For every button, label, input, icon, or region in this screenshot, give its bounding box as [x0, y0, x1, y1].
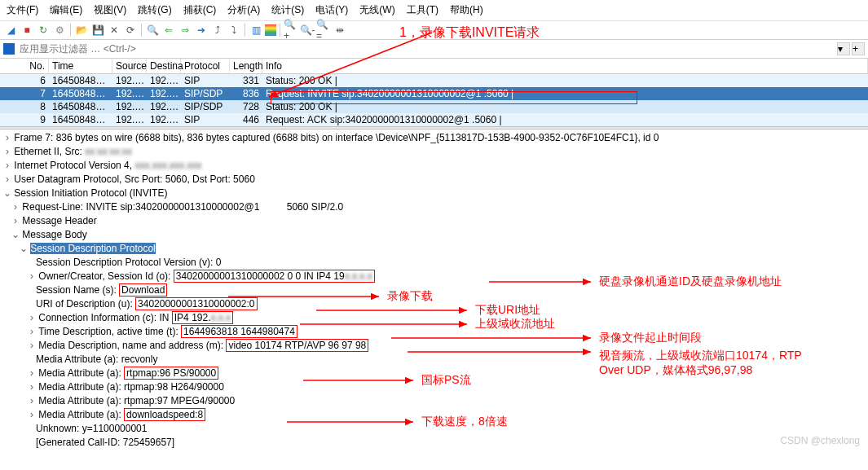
sdp-u-value: 34020000001310000002:0 [135, 297, 257, 310]
detail-sdp[interactable]: Session Description Protocol [30, 243, 155, 254]
zoom-in-icon[interactable]: 🔍+ [284, 23, 298, 37]
col-info[interactable]: Info [262, 59, 868, 73]
expand-icon[interactable]: › [11, 214, 20, 228]
prev-icon[interactable]: ⇐ [161, 23, 176, 37]
menu-analyze[interactable]: 分析(A) [227, 3, 260, 17]
sdp-a5-value: downloadspeed:8 [124, 408, 205, 421]
menu-go[interactable]: 跳转(G) [138, 3, 171, 17]
detail-sdp-a5-label: Media Attribute (a): [38, 409, 121, 420]
expand-icon[interactable]: › [28, 311, 36, 325]
packet-list-header: No. Time Source Destina Protocol Length … [0, 59, 868, 74]
open-icon[interactable]: 📂 [74, 23, 89, 37]
colorize-icon[interactable] [265, 24, 276, 36]
expand-icon[interactable]: › [11, 200, 20, 214]
sdp-m-value: video 10174 RTP/AVP 96 97 98 [226, 339, 368, 352]
detail-sdp-m-label: Media Description, name and address (m): [38, 340, 223, 351]
col-source[interactable]: Source [112, 59, 147, 73]
next-icon[interactable]: ⇒ [178, 23, 192, 37]
filter-expr-button[interactable]: ▾ [837, 42, 850, 55]
first-icon[interactable]: ⤴ [210, 23, 225, 37]
collapse-icon[interactable]: ⌄ [3, 187, 11, 200]
save-icon[interactable]: 💾 [90, 23, 105, 37]
sdp-c-value: IP4 192.x.x.x [172, 311, 233, 324]
detail-sdp-u-label: URI of Description (u): [36, 298, 133, 310]
detail-sip[interactable]: Session Initiation Protocol (INVITE) [14, 187, 167, 199]
resize-cols-icon[interactable]: ⇹ [333, 23, 347, 37]
detail-sdp-a4[interactable]: Media Attribute (a): rtpmap:97 MPEG4/900… [38, 395, 235, 406]
expand-icon[interactable]: › [3, 145, 11, 159]
menu-telephony[interactable]: 电话(Y) [315, 3, 348, 17]
detail-sdp-t-label: Time Description, active time (t): [38, 326, 178, 337]
expand-icon[interactable]: › [28, 380, 36, 394]
col-no[interactable]: No. [0, 59, 49, 73]
detail-reqline[interactable]: Request-Line: INVITE sip:340200000013100… [22, 201, 343, 213]
detail-sdp-s-label: Session Name (s): [36, 284, 117, 296]
col-protocol[interactable]: Protocol [181, 59, 230, 73]
packet-row[interactable]: 916450848…192.…192.…SIP446Request: ACK s… [0, 113, 868, 126]
detail-sdp-a1[interactable]: Media Attribute (a): recvonly [36, 354, 157, 365]
expand-icon[interactable]: › [28, 367, 36, 380]
reload-icon[interactable]: ⟳ [123, 23, 138, 37]
start-capture-icon[interactable]: ◢ [3, 23, 18, 37]
detail-sdp-a2-label: Media Attribute (a): [38, 367, 121, 379]
menu-capture[interactable]: 捕获(C) [183, 3, 217, 17]
goto-icon[interactable]: ➜ [194, 23, 209, 37]
detail-sdp-v[interactable]: Session Description Protocol Version (v)… [36, 257, 221, 268]
collapse-icon[interactable]: ⌄ [11, 228, 20, 242]
detail-frame[interactable]: Frame 7: 836 bytes on wire (6688 bits), … [14, 132, 659, 143]
filter-input[interactable] [18, 42, 835, 56]
expand-icon[interactable]: › [28, 339, 36, 353]
menu-wireless[interactable]: 无线(W) [359, 3, 394, 17]
expand-icon[interactable]: › [28, 325, 36, 339]
menu-tools[interactable]: 工具(T) [407, 3, 438, 17]
detail-sdp-c-label: Connection Information (c): IN [38, 312, 169, 323]
expand-icon[interactable]: › [3, 173, 11, 187]
restart-capture-icon[interactable]: ↻ [36, 23, 51, 37]
autoscroll-icon[interactable]: ▥ [249, 23, 263, 37]
find-icon[interactable]: 🔍 [145, 23, 160, 37]
col-dest[interactable]: Destina [147, 59, 181, 73]
zoom-reset-icon[interactable]: 🔍= [316, 23, 331, 37]
detail-udp[interactable]: User Datagram Protocol, Src Port: 5060, … [14, 174, 254, 185]
sdp-o-value: 34020000001310000002 0 0 IN IP4 19x.x.x.… [174, 270, 375, 283]
filter-bar: ▾ + [0, 40, 868, 59]
packet-row[interactable]: 616450848…192.…192.…SIP331Status: 200 OK… [0, 74, 868, 87]
detail-msghdr[interactable]: Message Header [22, 215, 96, 226]
col-time[interactable]: Time [49, 59, 112, 73]
sdp-t-value: 1644963818 1644980474 [181, 325, 297, 338]
sdp-s-value: Download [119, 283, 167, 296]
packet-row[interactable]: 816450848…192.…192.…SIP/SDP728Status: 20… [0, 100, 868, 113]
menu-view[interactable]: 视图(V) [94, 3, 126, 17]
watermark: CSDN @chexlong [780, 435, 860, 446]
expand-icon[interactable]: › [28, 270, 36, 283]
options-icon[interactable]: ⚙ [52, 23, 67, 37]
zoom-out-icon[interactable]: 🔍- [300, 23, 315, 37]
col-length[interactable]: Length [230, 59, 262, 73]
packet-row[interactable]: 716450848…192.…192.…SIP/SDP836Request: I… [0, 87, 868, 100]
expand-icon[interactable]: › [28, 408, 36, 422]
expand-icon[interactable]: › [3, 131, 11, 145]
expand-icon[interactable]: › [28, 394, 36, 408]
bookmark-icon[interactable] [3, 43, 15, 55]
detail-eth[interactable]: Ethernet II, Src: [14, 146, 82, 157]
detail-ip[interactable]: Internet Protocol Version 4, [14, 160, 132, 171]
detail-callid[interactable]: [Generated Call-ID: 725459657] [36, 437, 174, 448]
stop-capture-icon[interactable]: ■ [20, 23, 34, 37]
toolbar: ◢ ■ ↻ ⚙ 📂 💾 ✕ ⟳ 🔍 ⇐ ⇒ ➜ ⤴ ⤵ ▥ 🔍+ 🔍- 🔍= ⇹ [0, 21, 868, 40]
close-icon[interactable]: ✕ [107, 23, 121, 37]
menu-file[interactable]: 文件(F) [7, 3, 38, 17]
detail-msgbody[interactable]: Message Body [22, 229, 86, 240]
packet-details[interactable]: › Frame 7: 836 bytes on wire (6688 bits)… [0, 130, 868, 451]
filter-add-button[interactable]: + [852, 42, 865, 55]
collapse-icon[interactable]: ⌄ [20, 242, 28, 256]
last-icon[interactable]: ⤵ [227, 23, 241, 37]
detail-sdp-o-label: Owner/Creator, Session Id (o): [38, 270, 170, 282]
menu-stats[interactable]: 统计(S) [271, 3, 304, 17]
packet-list[interactable]: No. Time Source Destina Protocol Length … [0, 59, 868, 126]
menu-help[interactable]: 帮助(H) [450, 3, 483, 17]
detail-sdp-a3[interactable]: Media Attribute (a): rtpmap:98 H264/9000… [38, 381, 223, 393]
detail-unknown[interactable]: Unknown: y=1100000001 [36, 423, 147, 434]
menu-edit[interactable]: 编辑(E) [50, 3, 82, 17]
expand-icon[interactable]: › [3, 159, 11, 173]
sdp-a2-value: rtpmap:96 PS/90000 [124, 367, 218, 380]
